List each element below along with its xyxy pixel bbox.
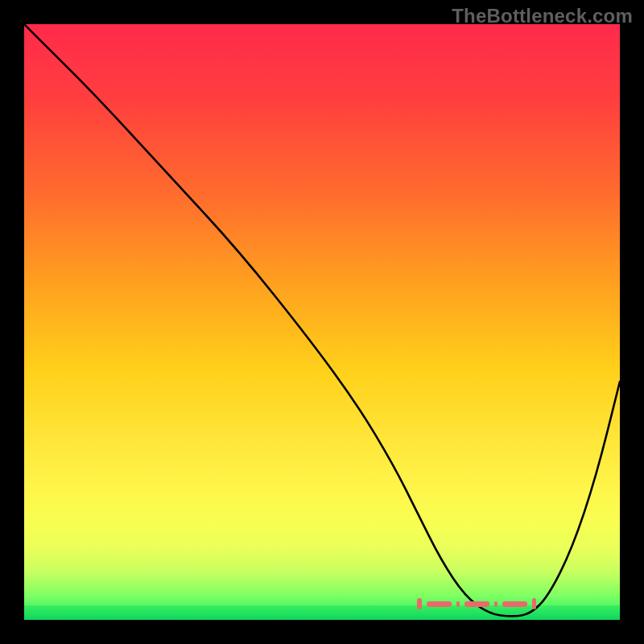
flat-dash xyxy=(494,601,497,607)
flat-dash xyxy=(464,601,489,607)
bottleneck-curve xyxy=(24,24,620,620)
flat-dash xyxy=(427,601,452,607)
flat-dash xyxy=(502,601,527,607)
flat-zone-dashes xyxy=(417,601,536,607)
flat-dash xyxy=(417,598,421,609)
chart-frame: TheBottleneck.com xyxy=(0,0,644,644)
watermark-text: TheBottleneck.com xyxy=(452,5,633,27)
flat-dash xyxy=(456,601,460,607)
plot-area xyxy=(24,24,620,620)
flat-dash xyxy=(532,598,536,609)
curve-line xyxy=(24,24,620,616)
